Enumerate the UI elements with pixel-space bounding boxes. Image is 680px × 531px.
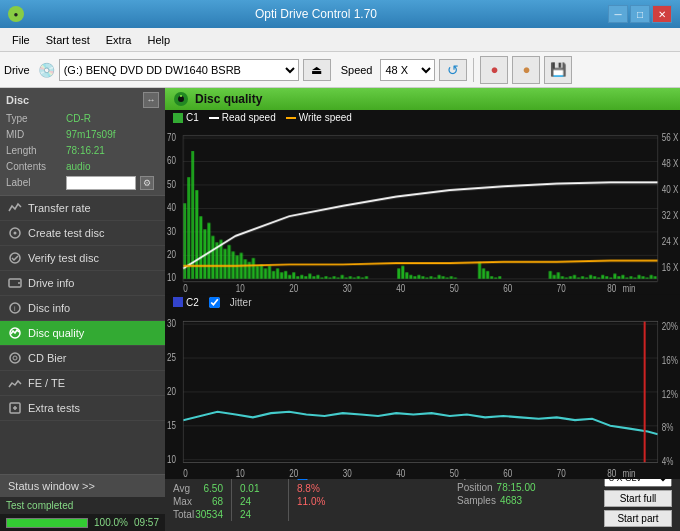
svg-rect-66 <box>260 265 263 279</box>
svg-rect-138 <box>646 278 649 279</box>
svg-rect-84 <box>333 276 336 279</box>
svg-rect-94 <box>401 266 404 279</box>
drive-select[interactable]: (G:) BENQ DVD DD DW1640 BSRB <box>59 59 299 81</box>
svg-rect-106 <box>450 276 453 279</box>
svg-rect-133 <box>625 278 628 279</box>
eject-button[interactable]: ⏏ <box>303 59 331 81</box>
menu-file[interactable]: File <box>4 32 38 48</box>
chart2-svg: 30 25 20 15 10 20% 16% 12% 8% 4% <box>165 310 680 480</box>
avg-c2-row: 0.01 <box>240 482 280 495</box>
svg-rect-107 <box>454 278 457 279</box>
start-part-button[interactable]: Start part <box>604 510 672 527</box>
svg-rect-81 <box>321 278 324 279</box>
svg-rect-125 <box>593 276 596 279</box>
progress-bar-fill <box>7 519 87 527</box>
svg-text:80: 80 <box>607 466 616 479</box>
svg-rect-137 <box>642 276 645 279</box>
type-value: CD-R <box>66 111 91 127</box>
svg-rect-101 <box>430 276 433 279</box>
nav-extra-tests[interactable]: Extra tests <box>0 396 165 421</box>
svg-text:30: 30 <box>343 466 352 479</box>
disc-label-input[interactable] <box>66 176 136 190</box>
svg-text:10: 10 <box>167 273 176 284</box>
nav-disc-info[interactable]: i Disc info <box>0 296 165 321</box>
menu-extra[interactable]: Extra <box>98 32 140 48</box>
svg-rect-90 <box>357 276 360 279</box>
nav-verify-test-disc[interactable]: Verify test disc <box>0 246 165 271</box>
label-gear-button[interactable]: ⚙ <box>140 176 154 190</box>
status-window-button[interactable]: Status window >> <box>0 474 165 497</box>
svg-rect-82 <box>325 276 328 279</box>
length-label: Length <box>6 143 62 159</box>
total-c1-val: 30534 <box>195 509 223 520</box>
svg-text:10: 10 <box>236 466 245 479</box>
svg-rect-134 <box>630 276 633 279</box>
svg-text:40: 40 <box>396 283 405 294</box>
disc-label-label: Label <box>6 175 62 191</box>
progress-area: Test completed <box>0 497 165 514</box>
svg-rect-124 <box>589 275 592 279</box>
svg-text:70: 70 <box>557 466 566 479</box>
toolbar-button-1[interactable]: ● <box>480 56 508 84</box>
svg-text:20: 20 <box>167 384 176 397</box>
toolbar-button-2[interactable]: ● <box>512 56 540 84</box>
svg-point-8 <box>10 353 20 363</box>
svg-rect-113 <box>498 276 501 279</box>
disc-quality-icon <box>8 326 22 340</box>
svg-text:15: 15 <box>167 418 176 431</box>
progress-time: 09:57 <box>134 517 159 528</box>
svg-text:32 X: 32 X <box>662 210 679 221</box>
start-full-button[interactable]: Start full <box>604 490 672 507</box>
nav-drive-info[interactable]: Drive info <box>0 271 165 296</box>
menu-help[interactable]: Help <box>139 32 178 48</box>
menu-start-test[interactable]: Start test <box>38 32 98 48</box>
svg-point-9 <box>13 356 17 360</box>
nav-transfer-rate[interactable]: Transfer rate <box>0 196 165 221</box>
nav-disc-quality[interactable]: Disc quality <box>0 321 165 346</box>
svg-rect-78 <box>308 274 311 279</box>
total-c2-row: 24 <box>240 508 280 521</box>
svg-rect-89 <box>353 278 356 279</box>
svg-rect-126 <box>597 278 600 279</box>
nav-cd-bier[interactable]: CD Bier <box>0 346 165 371</box>
refresh-button[interactable]: ↺ <box>439 59 467 81</box>
disc-refresh-button[interactable]: ↔ <box>143 92 159 108</box>
svg-point-1 <box>14 232 17 235</box>
app-icon: ● <box>8 6 24 22</box>
contents-value: audio <box>66 159 90 175</box>
svg-text:50: 50 <box>450 466 459 479</box>
svg-rect-85 <box>337 278 340 279</box>
svg-rect-132 <box>621 275 624 279</box>
avg-label-c1: Avg <box>173 483 190 494</box>
close-button[interactable]: ✕ <box>652 5 672 23</box>
c1-legend-color <box>173 113 183 123</box>
svg-text:60: 60 <box>503 283 512 294</box>
svg-rect-58 <box>228 245 231 279</box>
jitter-checkbox[interactable] <box>209 297 220 308</box>
max-jitter-row: 11.0% <box>297 495 347 508</box>
svg-text:24 X: 24 X <box>662 236 679 247</box>
svg-rect-77 <box>304 276 307 279</box>
svg-text:40: 40 <box>167 202 176 213</box>
maximize-button[interactable]: □ <box>630 5 650 23</box>
total-label-c1: Total <box>173 509 194 520</box>
svg-text:40 X: 40 X <box>662 184 679 195</box>
c2-legend-color <box>173 297 183 307</box>
svg-rect-63 <box>248 262 251 279</box>
toolbar-button-save[interactable]: 💾 <box>544 56 572 84</box>
svg-text:50: 50 <box>167 179 176 190</box>
nav-create-test-disc[interactable]: Create test disc <box>0 221 165 246</box>
svg-rect-114 <box>549 271 552 279</box>
svg-rect-130 <box>613 274 616 279</box>
minimize-button[interactable]: ─ <box>608 5 628 23</box>
speed-select[interactable]: 48 X <box>380 59 435 81</box>
avg-c1-val: 6.50 <box>204 483 223 494</box>
extra-tests-icon <box>8 401 22 415</box>
status-window-label: Status window >> <box>8 480 95 492</box>
svg-rect-116 <box>557 272 560 279</box>
length-value: 78:16.21 <box>66 143 105 159</box>
nav-fe-te[interactable]: FE / TE <box>0 371 165 396</box>
max-c2-row: 24 <box>240 495 280 508</box>
svg-rect-64 <box>252 258 255 279</box>
svg-rect-68 <box>268 266 271 279</box>
